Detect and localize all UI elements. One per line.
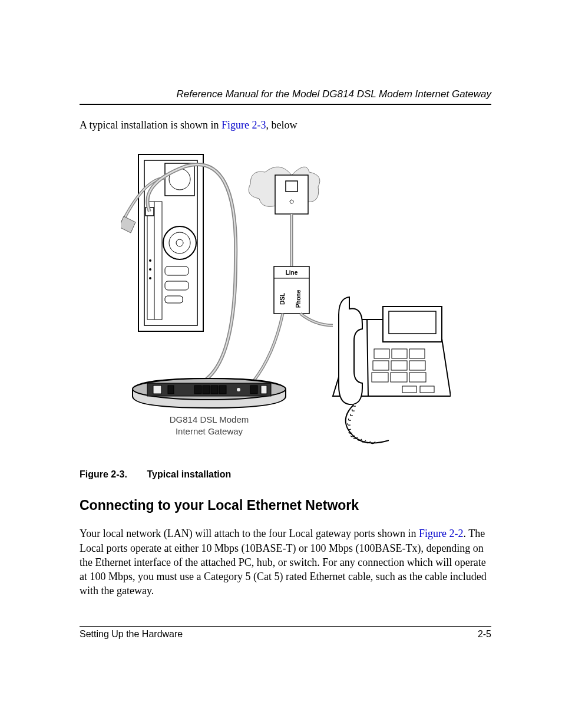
section-heading: Connecting to your Local Ethernet Networ…	[80, 498, 491, 513]
telephone-icon	[333, 297, 451, 444]
intro-text-after: , below	[266, 119, 297, 131]
svg-rect-35	[374, 349, 389, 358]
svg-rect-28	[211, 386, 218, 394]
svg-rect-25	[168, 386, 174, 394]
svg-rect-24	[153, 386, 161, 394]
splitter-phone-label: Phone	[295, 290, 302, 308]
figure-caption: Figure 2-3. Typical installation	[80, 469, 491, 480]
svg-rect-37	[409, 349, 425, 358]
svg-rect-20	[165, 296, 183, 303]
svg-rect-29	[219, 386, 226, 394]
svg-point-9	[149, 259, 151, 262]
svg-rect-27	[203, 386, 210, 394]
header-rule	[80, 104, 491, 105]
splitter-line-label: Line	[285, 269, 297, 276]
svg-rect-32	[261, 386, 267, 394]
section-paragraph: Your local network (LAN) will attach to …	[80, 526, 491, 598]
svg-rect-26	[194, 386, 201, 394]
para-before-link: Your local network (LAN) will attach to …	[80, 528, 419, 539]
svg-rect-45	[420, 386, 434, 393]
svg-rect-40	[409, 361, 425, 370]
svg-rect-39	[391, 361, 407, 370]
svg-rect-18	[165, 266, 189, 275]
modem-label-line1: DG814 DSL Modem	[169, 414, 249, 424]
svg-rect-41	[372, 373, 388, 382]
svg-rect-43	[409, 373, 426, 382]
footer-section-name: Setting Up the Hardware	[80, 629, 183, 640]
figure-2-2-link[interactable]: Figure 2-2	[419, 528, 464, 539]
modem-label-line2: Internet Gateway	[175, 426, 243, 436]
intro-paragraph: A typical installation is shown in Figur…	[80, 118, 491, 132]
figure-caption-title: Typical installation	[147, 469, 231, 479]
svg-rect-31	[250, 386, 257, 394]
figure-caption-number: Figure 2-3.	[80, 469, 144, 480]
svg-point-11	[149, 277, 151, 279]
svg-point-30	[237, 388, 240, 391]
installation-diagram-icon: Line DSL Phone	[121, 143, 451, 455]
computer-icon	[121, 154, 203, 331]
footer-rule	[80, 626, 491, 627]
footer-page-number: 2-5	[478, 629, 491, 640]
splitter-icon: Line DSL Phone	[274, 266, 309, 314]
page: Reference Manual for the Model DG814 DSL…	[0, 0, 562, 728]
svg-rect-38	[373, 361, 389, 370]
svg-point-10	[149, 268, 151, 271]
page-footer: Setting Up the Hardware 2-5	[80, 626, 491, 640]
svg-rect-1	[286, 181, 297, 192]
intro-text-before: A typical installation is shown in	[80, 119, 222, 131]
svg-rect-34	[389, 311, 436, 334]
svg-rect-42	[391, 373, 407, 382]
svg-rect-44	[402, 386, 416, 393]
wall-jack-icon	[249, 167, 320, 214]
running-header: Reference Manual for the Model DG814 DSL…	[80, 88, 491, 100]
svg-rect-19	[165, 281, 189, 290]
splitter-dsl-label: DSL	[279, 293, 286, 305]
figure-2-3-link[interactable]: Figure 2-3	[222, 119, 266, 131]
figure-2-3: Line DSL Phone	[80, 143, 491, 457]
modem-icon	[133, 378, 286, 408]
svg-rect-36	[392, 349, 407, 358]
